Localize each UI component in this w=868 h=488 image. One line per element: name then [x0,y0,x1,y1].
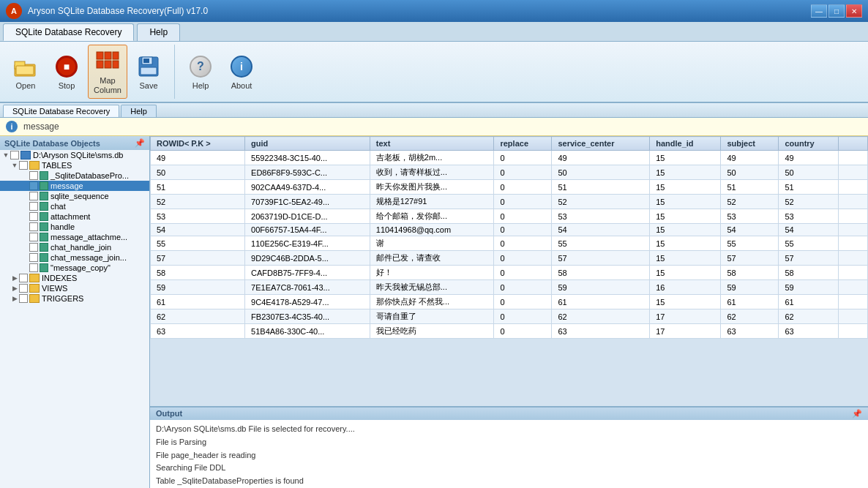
table-cell: 70739F1C-5EA2-49... [245,195,370,209]
table-cell: 谢 [370,236,494,251]
tree-label-handle: handle [50,222,75,231]
tab-sqlite-recovery[interactable]: SQLite Database Recovery [3,23,134,41]
tree-item-chat-msg[interactable]: chat_message_join... [0,252,149,263]
tree-item-message[interactable]: message [0,181,149,191]
map-column-button[interactable]: MapColumn [88,45,127,99]
stop-icon: ■ [53,53,80,80]
table-cell: 17 [650,324,721,339]
table-cell: 51 [151,180,245,195]
table-cell: 63 [151,324,245,339]
tree-item-sqlite-seq[interactable]: sqlite_sequence [0,191,149,201]
tree-item-chat[interactable]: chat [0,201,149,211]
table-cell: 15 [650,251,721,266]
ribbon-tabs: SQLite Database Recovery Help [0,22,868,42]
infobar-message: message [23,121,59,132]
tree-label-seq: sqlite_sequence [50,192,109,200]
save-label: Save [139,81,157,91]
table-row[interactable]: 619C4E4178-A529-47...那你快点好 不然我...0611561… [151,295,868,309]
about-button[interactable]: i About [222,50,261,94]
table-cell: 55 [151,236,245,251]
table-row[interactable]: 597E1EA7C8-7061-43...昨天我被无锡总部...05916595… [151,280,868,295]
col-handle-id[interactable]: handle_id [650,137,721,151]
sidebar-pin-icon[interactable]: 📌 [135,138,145,148]
tree-item-handle[interactable]: handle [0,222,149,232]
data-grid-wrapper[interactable]: ROWID< P.K > guid text replace service_c… [150,136,868,406]
table-cell: 0 [494,324,552,339]
col-replace[interactable]: replace [494,137,552,151]
save-button[interactable]: Save [129,50,168,94]
table-cell: 50 [779,165,839,180]
tree-item-chat-handle[interactable]: chat_handle_join [0,242,149,252]
col-service-center[interactable]: service_center [552,137,650,151]
tree-checkbox-sqlitedbpro[interactable] [29,171,38,180]
grid-body: 4955922348-3C15-40...吉老板，胡桃2m...04915494… [151,151,868,339]
save-icon [135,53,162,80]
table-cell: 给个邮箱，发你邮... [370,209,494,224]
table-row[interactable]: 55110E256C-E319-4F...谢055155555 [151,236,868,251]
table-icon-chatmsg [40,253,48,262]
table-row[interactable]: 4955922348-3C15-40...吉老板，胡桃2m...04915494… [151,151,868,165]
table-row[interactable]: 5400F66757-15A4-4F...110414968@qq.com054… [151,224,868,236]
table-row[interactable]: 62FB2307E3-4C35-40...哥请自重了062176262 [151,309,868,324]
table-cell: 57 [151,251,245,266]
table-cell: 51 [779,180,839,195]
tree-checkbox-tables[interactable] [19,161,28,170]
table-row[interactable]: 579D29C46B-2DDA-5...邮件已发，请查收057155757 [151,251,868,266]
table-cell: 51 [721,180,779,195]
output-content[interactable]: D:\Aryson SQLite\sms.db File is selected… [150,420,868,488]
svg-rect-3 [97,52,103,59]
col-guid[interactable]: guid [245,137,370,151]
subtab-sqlite-recovery[interactable]: SQLite Database Recovery [3,105,119,117]
table-row[interactable]: 6351B4A86-330C-40...我已经吃药063176363 [151,324,868,339]
tree-item-triggers[interactable]: ▶ TRIGGERS [0,293,149,304]
table-cell: 15 [650,165,721,180]
stop-circle: ■ [56,56,78,78]
minimize-button[interactable]: — [811,4,827,18]
table-row[interactable]: 58CAFD8B75-7FF9-4...好！058155858 [151,266,868,280]
table-row[interactable]: 51902CAA49-637D-4...昨天你发图片我换...051155151 [151,180,868,195]
help-circle: ? [190,56,212,78]
table-cell: 59 [779,280,839,295]
table-row[interactable]: 532063719D-D1CE-D...给个邮箱，发你邮...053155353 [151,209,868,224]
tree-item-msg-copy[interactable]: "message_copy" [0,263,149,273]
sidebar: SQLite Database Objects 📌 ▼ D:\Aryson SQ… [0,136,150,488]
data-area: ROWID< P.K > guid text replace service_c… [150,136,868,488]
tab-help[interactable]: Help [137,23,180,41]
table-cell: 61 [779,295,839,309]
output-pin-icon[interactable]: 📌 [852,409,862,418]
maximize-button[interactable]: □ [828,4,845,18]
table-cell: 49 [779,151,839,165]
table-cell: 63 [779,324,839,339]
tree-checkbox-message[interactable] [29,181,38,190]
table-icon-msgcopy [40,263,48,272]
table-cell: 62 [779,309,839,324]
sidebar-tree[interactable]: ▼ D:\Aryson SQLite\sms.db ▼ TABLES _Sqli… [0,150,149,488]
col-subject[interactable]: subject [721,137,779,151]
col-text[interactable]: text [370,137,494,151]
tree-item-db[interactable]: ▼ D:\Aryson SQLite\sms.db [0,150,149,160]
table-cell: 0 [494,309,552,324]
table-icon-chathandle [40,243,48,252]
tree-item-sqlitedbpro[interactable]: _SqliteDatabasePro... [0,170,149,181]
svg-rect-6 [97,61,103,68]
tree-checkbox[interactable] [10,151,19,159]
open-button[interactable]: Open [6,50,45,94]
stop-button[interactable]: ■ Stop [47,50,86,94]
output-line: File is Parsing [156,436,862,449]
help-button[interactable]: ? Help [181,50,220,94]
col-country[interactable]: country [779,137,839,151]
subtab-help[interactable]: Help [121,105,157,117]
tree-item-attachment[interactable]: attachment [0,211,149,222]
col-rowid[interactable]: ROWID< P.K > [151,137,245,151]
table-cell: 63 [721,324,779,339]
close-button[interactable]: ✕ [846,4,862,18]
table-cell: 59 [721,280,779,295]
tree-item-views[interactable]: ▶ VIEWS [0,283,149,293]
table-row[interactable]: 50ED86F8F9-593C-C...收到，请寄样板过...050155050 [151,165,868,180]
window-controls[interactable]: — □ ✕ [811,4,862,18]
table-cell: 59 [552,280,650,295]
tree-item-indexes[interactable]: ▶ INDEXES [0,273,149,283]
table-row[interactable]: 5270739F1C-5EA2-49...规格是127#91052155252 [151,195,868,209]
tree-item-tables[interactable]: ▼ TABLES [0,160,149,170]
tree-item-msg-attach[interactable]: message_attachme... [0,232,149,242]
